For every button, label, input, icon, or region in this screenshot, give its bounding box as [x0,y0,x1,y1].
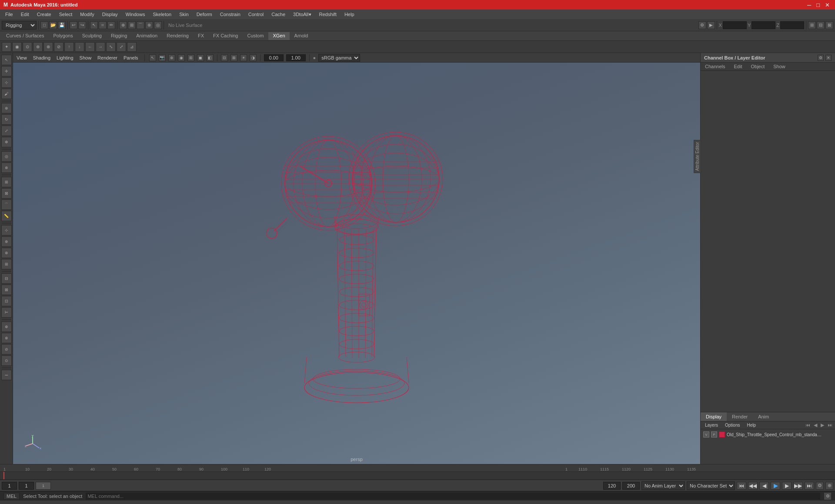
shelf-btn7[interactable]: ↑ [64,42,74,52]
paint-select-tool[interactable]: 🖌 [1,89,12,99]
menu-edit[interactable]: Edit [17,11,33,18]
vp-val2[interactable] [286,54,306,61]
minimize-button[interactable]: ─ [805,2,813,8]
extra-btn6[interactable]: ⊗ [1,333,12,343]
menu-3dtoa[interactable]: 3DtoAll▾ [290,11,314,18]
close-button[interactable]: ✕ [823,2,832,8]
layout-btn3[interactable]: ⊠ [825,21,833,29]
tab-custom[interactable]: Custom [243,32,268,40]
tab-rendering[interactable]: Rendering [162,32,193,40]
vp-sel-btn[interactable]: ↖ [149,54,156,61]
menu-windows[interactable]: Windows [122,11,149,18]
maximize-button[interactable]: □ [815,2,822,8]
tab-fxcaching[interactable]: FX Caching [209,32,242,40]
layout-btn1[interactable]: ⊞ [808,21,816,29]
undo-btn[interactable]: ↩ [70,21,77,29]
workspace-selector[interactable]: Rigging [2,21,37,30]
anim-end-input[interactable] [622,482,640,490]
skin-tool[interactable]: ⊗ [1,248,12,258]
menu-cache[interactable]: Cache [268,11,289,18]
vp-tex-btn[interactable]: ◧ [207,54,214,61]
layer-tab-display[interactable]: Display [701,412,727,421]
vp-cam-btn[interactable]: 📷 [159,54,166,61]
vp-obj-btn[interactable]: ⊕ [168,54,175,61]
joint-tool[interactable]: ⊕ [1,236,12,247]
vp-light-btn[interactable]: ☀ [240,54,247,61]
layer-p-btn[interactable]: P [711,431,717,438]
tab-polygons[interactable]: Polygons [49,32,77,40]
timeline-settings-btn[interactable]: ⚙ [816,482,824,490]
prev-frame-btn[interactable]: ◀ [759,482,769,490]
scale-tool[interactable]: ⤢ [1,126,12,136]
menu-control[interactable]: Control [245,11,267,18]
menu-constrain[interactable]: Constrain [217,11,244,18]
layer-v-btn[interactable]: V [703,431,709,438]
mel-input[interactable] [86,493,820,500]
vt-renderer[interactable]: Renderer [96,55,119,60]
layer-nav-prev[interactable]: ◀ [813,422,818,428]
extra-btn7[interactable]: ⊘ [1,344,12,355]
shelf-btn8[interactable]: ↓ [75,42,84,52]
tab-animation[interactable]: Animation [132,32,162,40]
vp-shadow-btn[interactable]: ◑ [250,54,257,61]
go-to-start-btn[interactable]: ⏮ [737,482,746,490]
shelf-btn12[interactable]: ⤢ [117,42,126,52]
shelf-btn10[interactable]: → [96,42,105,52]
menu-modify[interactable]: Modify [77,11,97,18]
layer-help-menu[interactable]: Help [744,422,758,428]
channel-close-btn[interactable]: ✕ [825,55,832,61]
vt-shading[interactable]: Shading [31,55,52,60]
soft-mod-tool[interactable]: ⊗ [1,162,12,173]
rotate-tool[interactable]: ↻ [1,114,12,125]
ch-tab-edit[interactable]: Edit [729,63,746,70]
menu-display[interactable]: Display [99,11,121,18]
character-set-select[interactable]: No Character Set [687,481,735,490]
attr-editor-tab[interactable]: Attribute Editor [694,140,701,173]
shelf-btn1[interactable]: ✦ [2,42,11,52]
timeline-track[interactable] [0,472,835,480]
extra-btn4[interactable]: ⊢ [1,307,12,318]
ch-tab-channels[interactable]: Channels [701,63,729,70]
shelf-btn2[interactable]: ◉ [12,42,22,52]
step-back-btn[interactable]: ◀◀ [748,482,758,490]
snap-point-btn[interactable]: ⊕ [119,21,127,29]
layer-nav-next[interactable]: ▶ [820,422,825,428]
shelf-btn3[interactable]: ⊙ [23,42,32,52]
open-btn[interactable]: 📂 [49,21,57,29]
show-manip-tool[interactable]: ⊞ [1,177,12,187]
vp-shade-btn[interactable]: ◼ [197,54,204,61]
layer-tab-render[interactable]: Render [727,412,753,421]
timeline-extra-btn[interactable]: ⊕ [825,482,833,490]
x-input[interactable] [723,21,747,29]
menu-help[interactable]: Help [341,11,358,18]
status-gear-btn[interactable]: ⚙ [824,492,832,500]
lasso-btn[interactable]: ⌗ [99,21,107,29]
playback-end-input[interactable] [603,482,621,490]
anim-layer-select[interactable]: No Anim Layer [641,481,685,490]
select-btn[interactable]: ↖ [90,21,98,29]
vt-show[interactable]: Show [78,55,94,60]
shelf-btn5[interactable]: ⊗ [43,42,53,52]
shelf-btn11[interactable]: ⤡ [106,42,116,52]
minus-btn[interactable]: − [1,370,12,380]
extra-btn1[interactable]: ⊟ [1,273,12,284]
menu-skin[interactable]: Skin [176,11,192,18]
layer-nav-last[interactable]: ⏭ [827,422,833,428]
tab-xgen[interactable]: XGen [268,32,289,40]
vp-grid-btn[interactable]: ⊟ [221,54,228,61]
vp-wire-btn[interactable]: ⊞ [187,54,194,61]
snap-surface-btn[interactable]: ⊗ [145,21,153,29]
measure-tool[interactable]: 📏 [1,211,12,221]
z-input[interactable] [780,21,804,29]
play-btn[interactable]: ▶ [771,482,780,490]
ch-tab-object[interactable]: Object [746,63,769,70]
layer-layers-menu[interactable]: Layers [702,422,721,428]
tab-rigging[interactable]: Rigging [107,32,131,40]
extra-btn2[interactable]: ⊠ [1,285,12,295]
tab-fx[interactable]: FX [194,32,208,40]
title-bar-controls[interactable]: ─ □ ✕ [805,2,832,8]
shelf-btn13[interactable]: ⊿ [127,42,137,52]
snap-curve-btn[interactable]: ⌒ [137,21,144,29]
universal-manip[interactable]: ✼ [1,137,12,147]
extra-btn8[interactable]: ⊙ [1,355,12,366]
